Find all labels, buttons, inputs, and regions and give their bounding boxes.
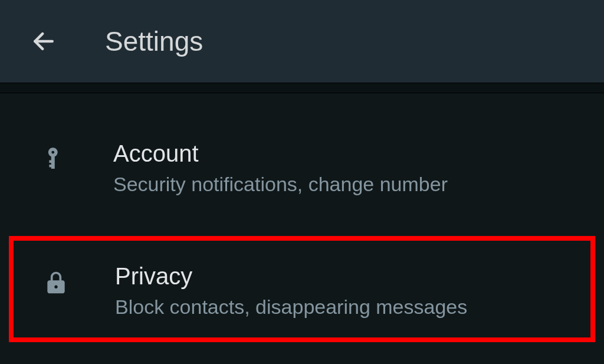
settings-header: Settings [0,0,604,83]
spacer [0,209,604,236]
settings-item-text: Account Security notifications, change n… [113,139,580,198]
settings-item-privacy[interactable]: Privacy Block contacts, disappearing mes… [14,251,590,332]
highlight-annotation: Privacy Block contacts, disappearing mes… [9,236,595,342]
settings-item-title: Privacy [115,262,567,290]
settings-item-account[interactable]: Account Security notifications, change n… [0,129,604,209]
settings-item-description: Security notifications, change number [113,171,580,198]
settings-item-title: Account [113,139,580,168]
settings-item-description: Block contacts, disappearing messages [115,294,567,321]
settings-item-text: Privacy Block contacts, disappearing mes… [115,262,567,321]
key-icon [41,139,67,169]
section-divider [0,83,604,93]
back-arrow-icon [31,28,57,54]
settings-list: Account Security notifications, change n… [0,93,604,342]
page-title: Settings [105,25,203,57]
back-button[interactable] [29,27,58,55]
lock-icon [43,262,69,296]
